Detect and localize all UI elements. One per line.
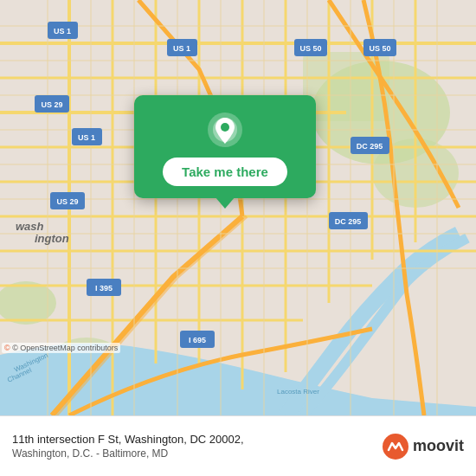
svg-text:US 50: US 50 (369, 44, 390, 53)
info-bar: 11th intersection F St, Washington, DC 2… (0, 415, 476, 476)
map-container: US 1 US 50 US 50 US 1 US 29 US 1 US 29 I… (0, 0, 476, 415)
svg-text:DC 295: DC 295 (357, 142, 383, 151)
svg-text:US 1: US 1 (173, 44, 190, 53)
svg-text:US 29: US 29 (41, 100, 62, 109)
svg-text:US 50: US 50 (299, 44, 321, 53)
svg-text:US 1: US 1 (78, 133, 95, 142)
svg-text:I 695: I 695 (189, 336, 206, 344)
address-block: 11th intersection F St, Washington, DC 2… (12, 433, 244, 460)
svg-text:Lacosta River: Lacosta River (277, 388, 319, 396)
popup-card: Take me there (134, 95, 316, 198)
location-pin-icon (206, 111, 244, 149)
svg-text:DC 295: DC 295 (335, 217, 362, 226)
svg-point-71 (221, 123, 229, 132)
address-line1: 11th intersection F St, Washington, DC 2… (12, 433, 244, 446)
svg-text:US 29: US 29 (56, 197, 78, 206)
address-line2: Washington, D.C. - Baltimore, MD (12, 447, 244, 460)
svg-text:wash: wash (16, 220, 44, 233)
svg-text:US 1: US 1 (54, 27, 71, 35)
osm-credit: © © OpenStreetMap contributors (2, 343, 120, 353)
osm-icon: © (4, 344, 10, 352)
moovit-logo: moovit (382, 433, 464, 460)
take-me-there-button[interactable]: Take me there (163, 158, 287, 186)
moovit-logo-text: moovit (413, 437, 464, 455)
moovit-logo-icon (382, 433, 409, 460)
svg-text:ington: ington (35, 232, 69, 245)
map-svg: US 1 US 50 US 50 US 1 US 29 US 1 US 29 I… (0, 0, 476, 415)
svg-text:I 395: I 395 (95, 284, 113, 293)
